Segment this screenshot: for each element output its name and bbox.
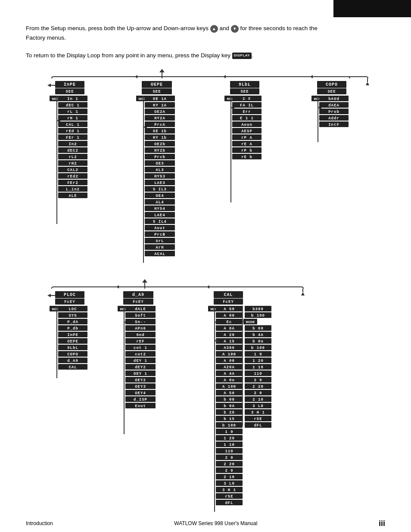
svg-text:d_ISP: d_ISP (134, 398, 147, 402)
svg-text:HY 1b: HY 1b (153, 136, 167, 140)
top-bar (333, 0, 411, 17)
svg-text:Prob: Prob (328, 110, 339, 114)
intro-text-2: To return to the Display Loop from any p… (26, 52, 230, 59)
page-footer: Introduction WATLOW Series 998 User's Ma… (26, 519, 385, 528)
svg-text:CAL2: CAL2 (67, 168, 78, 172)
svg-text:OEY4: OEY4 (135, 391, 146, 395)
svg-text:2 9: 2 9 (225, 456, 233, 460)
svg-rect-190 (119, 286, 123, 287)
svg-rect-107 (226, 76, 230, 77)
svg-text:HY2A: HY2A (154, 116, 165, 121)
svg-text:rP b: rP b (241, 149, 252, 153)
svg-rect-1 (162, 72, 162, 78)
svg-text:OEPE: OEPE (67, 339, 78, 344)
svg-text:FcEY: FcEY (223, 300, 234, 304)
svg-text:2 0: 2 0 (254, 391, 262, 395)
svg-text:FcEY: FcEY (133, 300, 144, 304)
svg-text:dFL: dFL (254, 423, 262, 428)
svg-text:SYS: SYS (68, 314, 77, 318)
svg-text:HY53: HY53 (154, 174, 165, 179)
svg-text:5 IL3: 5 IL3 (153, 187, 167, 192)
svg-text:dEC2: dEC2 (67, 149, 78, 153)
svg-marker-0 (159, 69, 165, 72)
svg-text:P_db: P_db (67, 327, 78, 331)
svg-text:2 9: 2 9 (254, 378, 262, 383)
svg-text:FA IL: FA IL (240, 103, 254, 108)
bottom-diagram-svg: PLOC FcEY MODE LOC SYS P_dA P_db InPE OE… (26, 279, 396, 520)
svg-text:Err: Err (243, 110, 251, 114)
svg-text:rL 1: rL 1 (67, 110, 78, 114)
svg-text:9LbL: 9LbL (67, 346, 78, 350)
intro-text-1: From the Setup menus, press both the Up-… (26, 25, 209, 31)
svg-text:PLOC: PLOC (64, 292, 76, 297)
svg-text:b 15: b 15 (224, 417, 235, 421)
svg-rect-161 (51, 295, 55, 296)
svg-text:OE2A: OE2A (154, 110, 165, 114)
svg-marker-106 (223, 75, 226, 78)
svg-text:b 20: b 20 (224, 411, 235, 415)
svg-text:LAE4: LAE4 (154, 213, 165, 218)
svg-text:Ec: Ec (227, 320, 232, 324)
svg-text:rP A: rP A (241, 136, 252, 140)
svg-text:SEE: SEE (327, 90, 336, 94)
svg-text:AL3: AL3 (156, 168, 164, 172)
svg-text:b 100: b 100 (222, 423, 236, 428)
svg-text:3 H 1: 3 H 1 (251, 411, 265, 415)
svg-text:OE 1A: OE 1A (153, 97, 167, 101)
svg-text:ALE: ALE (68, 194, 77, 198)
svg-text:C F: C F (243, 97, 251, 101)
svg-text:5 IL4: 5 IL4 (153, 220, 167, 224)
svg-text:2 10: 2 10 (252, 398, 264, 402)
svg-text:2 10: 2 10 (224, 475, 235, 479)
svg-text:rE A: rE A (241, 142, 252, 146)
svg-marker-156 (142, 279, 147, 283)
svg-text:b 100: b 100 (251, 346, 265, 350)
svg-text:OEY2: OEY2 (135, 378, 146, 383)
svg-text:Aout: Aout (154, 226, 165, 230)
svg-text:Sn--: Sn-- (135, 320, 146, 324)
svg-text:1 20: 1 20 (252, 359, 264, 363)
svg-text:FEr 1: FEr 1 (66, 136, 80, 140)
svg-rect-47 (137, 76, 142, 77)
svg-text:E 1 1: E 1 1 (240, 116, 254, 121)
svg-text:A 00: A 00 (224, 359, 235, 363)
svg-text:9LbL: 9LbL (239, 82, 251, 87)
svg-text:A 00: A 00 (224, 314, 235, 318)
svg-text:SEE: SEE (240, 90, 249, 94)
svg-text:rEd2: rEd2 (67, 174, 78, 179)
svg-text:OE4: OE4 (156, 194, 164, 198)
svg-text:FEr2: FEr2 (67, 181, 78, 185)
svg-text:A 50: A 50 (224, 307, 235, 311)
svg-text:IntF: IntF (328, 123, 339, 127)
svg-text:r5E: r5E (225, 495, 233, 499)
up-arrow-icon: ▲ (210, 25, 218, 33)
svg-text:Soft: Soft (135, 314, 146, 318)
svg-text:SEE: SEE (65, 90, 74, 94)
svg-text:dFL: dFL (225, 501, 233, 505)
svg-rect-157 (144, 283, 145, 289)
svg-text:b 0A: b 0A (224, 404, 235, 408)
svg-text:A20A: A20A (224, 365, 235, 370)
svg-marker-160 (47, 294, 51, 297)
svg-rect-5 (51, 85, 55, 86)
svg-text:ArH: ArH (156, 246, 164, 250)
svg-text:AESP: AESP (241, 129, 252, 134)
display-badge: DISPLAY (232, 53, 252, 59)
svg-text:A 20: A 20 (224, 333, 235, 337)
svg-text:LOC: LOC (68, 307, 77, 311)
svg-text:A380: A380 (224, 346, 235, 350)
svg-text:A 0A: A 0A (224, 327, 235, 331)
svg-text:ACAL: ACAL (154, 252, 165, 256)
svg-text:A 0o: A 0o (224, 378, 235, 383)
svg-text:rH2: rH2 (68, 162, 77, 166)
svg-text:PrcA: PrcA (154, 123, 165, 127)
svg-marker-189 (116, 285, 119, 289)
svg-text:1 9: 1 9 (254, 352, 262, 357)
svg-text:1 10: 1 10 (252, 365, 264, 370)
svg-text:OEY 1: OEY 1 (134, 372, 147, 376)
svg-text:2 20: 2 20 (252, 385, 264, 389)
svg-text:2 0: 2 0 (225, 469, 233, 473)
svg-text:OEY3: OEY3 (135, 385, 146, 389)
svg-text:b380: b380 (252, 307, 264, 311)
down-arrow-icon: ▼ (231, 25, 239, 33)
